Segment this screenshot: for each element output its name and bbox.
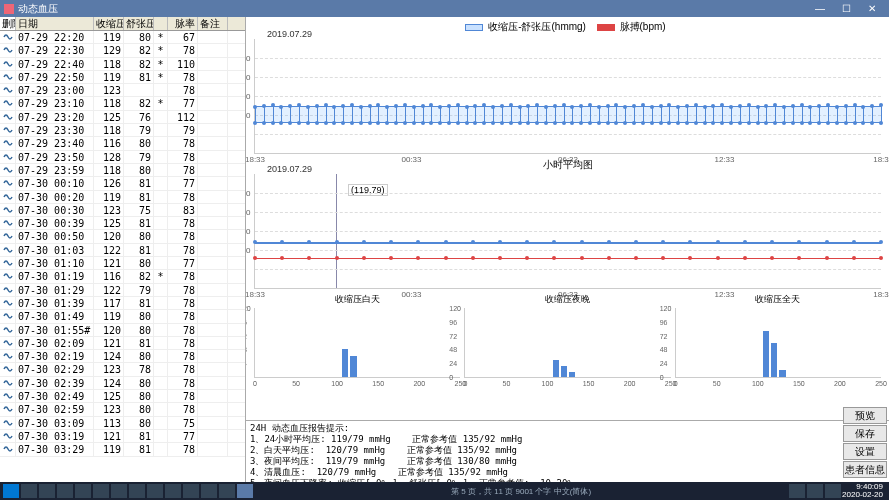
- delete-cell[interactable]: [0, 124, 16, 136]
- hourly-chart[interactable]: 2019.07.29 (119,79) 5010015020025018:330…: [254, 174, 881, 289]
- delete-cell[interactable]: [0, 350, 16, 362]
- delete-cell[interactable]: [0, 204, 16, 216]
- delete-cell[interactable]: [0, 390, 16, 402]
- tray-icon[interactable]: [789, 484, 805, 498]
- table-row[interactable]: 07-29 22:2011980*67: [0, 31, 245, 44]
- delete-cell[interactable]: [0, 297, 16, 309]
- delete-cell[interactable]: [0, 31, 16, 43]
- taskbar-app-icon[interactable]: [111, 484, 127, 498]
- preview-button[interactable]: 预览: [843, 407, 887, 424]
- delete-cell[interactable]: [0, 151, 16, 163]
- delete-cell[interactable]: [0, 71, 16, 83]
- table-row[interactable]: 07-29 23:501287978: [0, 151, 245, 164]
- table-row[interactable]: 07-30 02:491258078: [0, 390, 245, 403]
- delete-cell[interactable]: [0, 164, 16, 176]
- table-row[interactable]: 07-30 00:391258178: [0, 217, 245, 230]
- table-row[interactable]: 07-30 00:101268177: [0, 177, 245, 190]
- table-row[interactable]: 07-30 03:291198178: [0, 443, 245, 456]
- taskbar-app-icon[interactable]: [165, 484, 181, 498]
- delete-cell[interactable]: [0, 217, 16, 229]
- col-star[interactable]: [154, 17, 168, 30]
- table-row[interactable]: 07-30 02:591238078: [0, 403, 245, 416]
- table-row[interactable]: 07-30 03:191218177: [0, 430, 245, 443]
- hist-axes[interactable]: 024487296120050100150200250: [464, 308, 670, 378]
- hist-axes[interactable]: 024487296120050100150200250: [675, 308, 881, 378]
- delete-cell[interactable]: [0, 230, 16, 242]
- taskbar-app-icon[interactable]: [75, 484, 91, 498]
- save-button[interactable]: 保存: [843, 425, 887, 442]
- table-row[interactable]: 07-30 01:391178178: [0, 297, 245, 310]
- delete-cell[interactable]: [0, 58, 16, 70]
- col-dia[interactable]: 舒张压: [124, 17, 154, 30]
- table-row[interactable]: 07-30 01:101218077: [0, 257, 245, 270]
- delete-cell[interactable]: [0, 337, 16, 349]
- table-row[interactable]: 07-30 01:291227978: [0, 284, 245, 297]
- delete-cell[interactable]: [0, 97, 16, 109]
- delete-cell[interactable]: [0, 443, 16, 455]
- minimize-button[interactable]: —: [807, 3, 833, 14]
- delete-cell[interactable]: [0, 324, 16, 336]
- maximize-button[interactable]: ☐: [833, 3, 859, 14]
- taskbar-app-icon[interactable]: [39, 484, 55, 498]
- taskbar-app-icon[interactable]: [219, 484, 235, 498]
- taskbar-app-active[interactable]: [237, 484, 253, 498]
- col-date[interactable]: 日期: [16, 17, 94, 30]
- taskbar[interactable]: 第 5 页，共 11 页 9001 个字 中文(简体) 9:40:09 2020…: [0, 482, 889, 500]
- taskbar-app-icon[interactable]: [93, 484, 109, 498]
- table-row[interactable]: 07-30 01:491198078: [0, 310, 245, 323]
- col-hr[interactable]: 脉率: [168, 17, 198, 30]
- table-row[interactable]: 07-29 22:5011981*78: [0, 71, 245, 84]
- table-row[interactable]: 07-29 22:3012982*78: [0, 44, 245, 57]
- raw-chart[interactable]: 2019.07.29 5010015020025018:3300:3306:33…: [254, 39, 881, 154]
- delete-cell[interactable]: [0, 417, 16, 429]
- table-row[interactable]: 07-30 01:55#1208078: [0, 324, 245, 337]
- col-delete[interactable]: 删除: [0, 17, 16, 30]
- delete-cell[interactable]: [0, 111, 16, 123]
- table-row[interactable]: 07-30 02:091218178: [0, 337, 245, 350]
- hist-axes[interactable]: 024487296120050100150200250: [254, 308, 460, 378]
- table-row[interactable]: 07-30 02:191248078: [0, 350, 245, 363]
- table-row[interactable]: 07-29 22:4011882*110: [0, 58, 245, 71]
- table-row[interactable]: 07-29 23:301187979: [0, 124, 245, 137]
- start-button[interactable]: [3, 484, 19, 498]
- delete-cell[interactable]: [0, 310, 16, 322]
- delete-cell[interactable]: [0, 191, 16, 203]
- taskbar-clock[interactable]: 9:40:09 2020-02-20: [842, 483, 887, 499]
- settings-button[interactable]: 设置: [843, 443, 887, 460]
- delete-cell[interactable]: [0, 244, 16, 256]
- taskbar-app-icon[interactable]: [147, 484, 163, 498]
- table-row[interactable]: 07-29 23:591188078: [0, 164, 245, 177]
- table-row[interactable]: 07-30 02:391248078: [0, 377, 245, 390]
- delete-cell[interactable]: [0, 270, 16, 282]
- table-row[interactable]: 07-30 02:291237878: [0, 363, 245, 376]
- table-row[interactable]: 07-30 03:091138075: [0, 417, 245, 430]
- delete-cell[interactable]: [0, 284, 16, 296]
- table-row[interactable]: 07-30 00:201198178: [0, 191, 245, 204]
- table-row[interactable]: 07-29 23:401168078: [0, 137, 245, 150]
- table-row[interactable]: 07-30 00:301237583: [0, 204, 245, 217]
- taskbar-search-icon[interactable]: [21, 484, 37, 498]
- delete-cell[interactable]: [0, 84, 16, 96]
- delete-cell[interactable]: [0, 430, 16, 442]
- table-row[interactable]: 07-30 01:1911682*78: [0, 270, 245, 283]
- delete-cell[interactable]: [0, 177, 16, 189]
- delete-cell[interactable]: [0, 137, 16, 149]
- tray-icon[interactable]: [807, 484, 823, 498]
- taskbar-app-icon[interactable]: [183, 484, 199, 498]
- table-row[interactable]: 07-29 23:0012378: [0, 84, 245, 97]
- taskbar-app-icon[interactable]: [57, 484, 73, 498]
- patient-button[interactable]: 患者信息: [843, 461, 887, 478]
- report-box[interactable]: 24H 动态血压报告提示: 1、24小时平均压: 119/79 mmHg 正常参…: [246, 420, 889, 482]
- table-row[interactable]: 07-30 00:501208078: [0, 230, 245, 243]
- table-row[interactable]: 07-30 01:031228178: [0, 244, 245, 257]
- delete-cell[interactable]: [0, 257, 16, 269]
- delete-cell[interactable]: [0, 403, 16, 415]
- taskbar-app-icon[interactable]: [201, 484, 217, 498]
- table-row[interactable]: 07-29 23:1011882*77: [0, 97, 245, 110]
- col-sys[interactable]: 收缩压: [94, 17, 124, 30]
- table-row[interactable]: 07-29 23:2012576112: [0, 111, 245, 124]
- col-note[interactable]: 备注: [198, 17, 228, 30]
- grid-body[interactable]: 07-29 22:2011980*6707-29 22:3012982*7807…: [0, 31, 245, 482]
- delete-cell[interactable]: [0, 363, 16, 375]
- delete-cell[interactable]: [0, 44, 16, 56]
